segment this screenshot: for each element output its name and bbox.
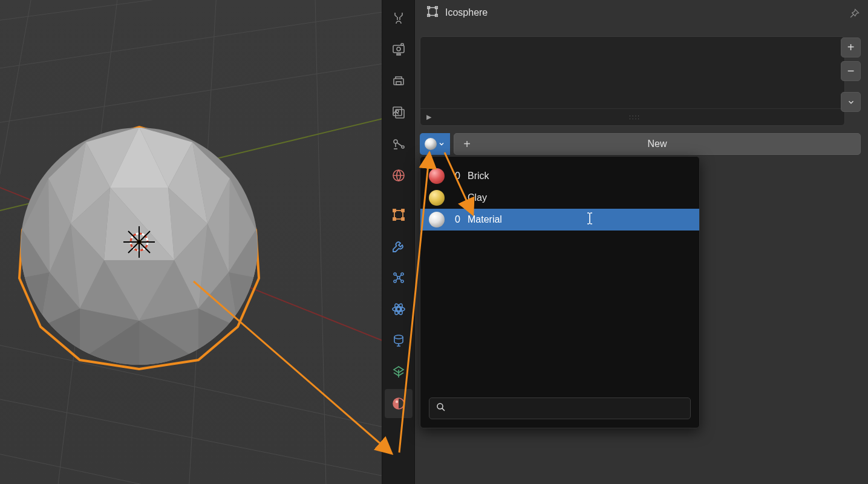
tab-scene[interactable]: [385, 129, 413, 159]
slot-specials-button[interactable]: [841, 92, 861, 112]
slot-list-footer: ▶ ::::: [420, 108, 844, 125]
svg-rect-60: [401, 44, 403, 45]
tab-constraints[interactable]: [385, 326, 413, 355]
tab-data[interactable]: [385, 358, 413, 387]
svg-rect-73: [402, 218, 404, 220]
chevron-down-icon: [438, 140, 445, 148]
material-dropdown-item[interactable]: Clay: [420, 187, 699, 209]
material-search-field[interactable]: [429, 397, 691, 419]
svg-point-78: [397, 276, 400, 279]
svg-point-76: [394, 280, 396, 283]
properties-panel: Icosphere ▶ :::: + − + New 0BrickClay0Ma…: [415, 0, 868, 484]
material-slot-list[interactable]: ▶ ::::: [420, 36, 845, 126]
remove-slot-button[interactable]: −: [841, 61, 861, 81]
svg-rect-72: [393, 218, 396, 220]
tab-material[interactable]: [385, 389, 413, 418]
breadcrumb-object-name: Icosphere: [445, 7, 488, 18]
material-browse-button[interactable]: [420, 133, 450, 155]
material-swatch-icon: [429, 168, 445, 184]
svg-point-67: [402, 146, 404, 148]
svg-rect-71: [402, 209, 404, 212]
svg-point-74: [394, 273, 396, 275]
tab-modifiers[interactable]: [385, 232, 413, 261]
tab-physics[interactable]: [385, 295, 413, 324]
object-icon: [426, 5, 439, 21]
svg-rect-64: [393, 107, 402, 116]
selected-object-icosphere[interactable]: [17, 121, 261, 371]
tab-world[interactable]: [385, 161, 413, 190]
slot-expand-icon[interactable]: ▶: [426, 113, 431, 121]
material-search-input[interactable]: [451, 404, 684, 414]
svg-line-93: [442, 408, 445, 411]
svg-point-77: [401, 280, 403, 283]
tab-render[interactable]: [385, 35, 413, 64]
svg-point-83: [394, 335, 403, 339]
material-dropdown-item[interactable]: 0Brick: [420, 165, 699, 187]
material-dropdown: 0BrickClay0Material: [420, 156, 700, 428]
material-dropdown-list: 0BrickClay0Material: [420, 165, 699, 231]
svg-point-86: [395, 401, 397, 403]
plus-icon: +: [454, 137, 480, 151]
slot-side-buttons: + −: [841, 38, 861, 112]
tab-separator: [386, 196, 411, 197]
search-icon: [436, 402, 446, 415]
plus-icon: +: [847, 41, 855, 54]
svg-line-1: [0, 6, 382, 73]
3d-viewport[interactable]: [0, 0, 382, 484]
tab-tool[interactable]: [385, 4, 413, 33]
material-swatch-icon: [429, 212, 445, 227]
new-material-button[interactable]: + New: [454, 133, 861, 155]
material-name: Material: [468, 214, 502, 225]
material-dropdown-item[interactable]: 0Material: [420, 209, 699, 231]
material-name: Brick: [468, 171, 489, 182]
breadcrumb: Icosphere: [420, 0, 863, 25]
properties-tab-strip: [382, 0, 415, 484]
material-user-count: 0: [452, 214, 460, 225]
svg-line-2: [0, 57, 382, 127]
svg-rect-70: [393, 209, 396, 212]
svg-point-75: [401, 273, 403, 275]
svg-point-79: [397, 307, 400, 311]
svg-rect-59: [397, 54, 400, 55]
tab-viewlayer[interactable]: [385, 98, 413, 127]
text-cursor-icon: [586, 212, 594, 228]
svg-point-92: [437, 404, 443, 409]
drag-handle-icon[interactable]: ::::: [431, 114, 838, 120]
tab-particles[interactable]: [385, 263, 413, 292]
add-slot-button[interactable]: +: [841, 38, 861, 57]
material-preview-icon: [425, 138, 437, 150]
tab-output[interactable]: [385, 67, 413, 96]
minus-icon: −: [847, 64, 855, 78]
svg-rect-62: [396, 82, 401, 85]
material-selector-row: + New: [420, 133, 861, 155]
material-user-count: 0: [452, 171, 460, 182]
svg-point-58: [397, 47, 400, 51]
material-swatch-icon: [429, 190, 445, 206]
svg-rect-57: [393, 45, 404, 53]
tab-object[interactable]: [385, 200, 413, 229]
new-material-label: New: [480, 139, 860, 149]
svg-point-66: [394, 140, 397, 143]
material-name: Clay: [468, 192, 487, 203]
pin-button[interactable]: [846, 6, 862, 22]
